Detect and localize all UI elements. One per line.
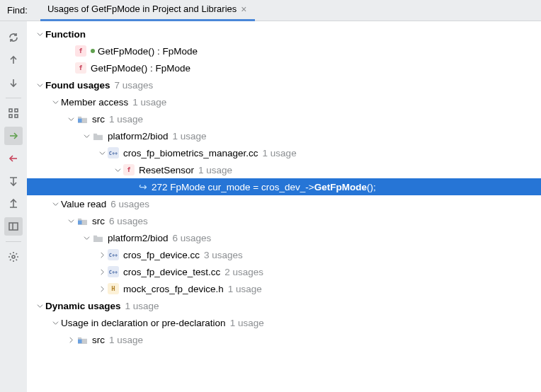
usage-decl-label: Usage in declaration or pre-declaration	[61, 318, 226, 328]
svg-point-5	[12, 255, 15, 258]
usage-count: 1 usage	[198, 165, 232, 175]
folder-src-icon	[76, 113, 88, 125]
chevron-down-icon	[112, 167, 123, 173]
usages-tree[interactable]: Function f GetFpMode() : FpMode f GetFpM…	[27, 21, 541, 392]
settings-icon[interactable]	[4, 248, 23, 266]
code-match: GetFpMode	[314, 182, 367, 192]
folder-label: platform2/biod	[108, 131, 169, 142]
find-tab[interactable]: Usages of GetFpMode in Project and Libra…	[40, 0, 256, 21]
dynamic-label: Dynamic usages	[45, 301, 121, 311]
tree-node-folder[interactable]: platform2/biod 1 usage	[27, 127, 541, 144]
toolbar	[0, 21, 27, 392]
usage-count: 1 usage	[263, 148, 297, 158]
chevron-down-icon	[65, 116, 76, 122]
function-item[interactable]: f GetFpMode() : FpMode	[27, 42, 541, 59]
expand-icon[interactable]	[4, 172, 23, 190]
svg-rect-8	[78, 339, 82, 343]
found-count: 7 usages	[115, 80, 154, 91]
tree-node-member-access[interactable]: Member access 1 usage	[27, 93, 541, 110]
cpp-file-icon: C++	[108, 147, 119, 158]
chevron-down-icon	[34, 31, 45, 38]
tree-node-file[interactable]: C++ cros_fp_biometrics_manager.cc 1 usag…	[27, 144, 541, 161]
cpp-file-icon: C++	[108, 249, 119, 260]
chevron-down-icon	[50, 201, 61, 207]
svg-rect-4	[9, 223, 18, 230]
svg-rect-1	[9, 115, 12, 117]
tree-node-src[interactable]: src 1 usage	[27, 110, 541, 127]
usage-count: 1 usage	[132, 97, 166, 108]
tree-node-src[interactable]: src 1 usage	[27, 331, 541, 348]
tree-node-folder[interactable]: platform2/biod 6 usages	[27, 229, 541, 246]
refresh-icon[interactable]	[4, 28, 23, 47]
code-post: ();	[367, 182, 376, 192]
group-icon[interactable]	[4, 104, 23, 122]
chevron-down-icon	[34, 303, 45, 309]
svg-rect-7	[78, 220, 82, 224]
svg-rect-3	[15, 115, 18, 117]
svg-rect-0	[9, 109, 12, 112]
tree-node-file[interactable]: C++ cros_fp_device.cc 3 usages	[27, 246, 541, 263]
chevron-right-icon	[96, 286, 108, 292]
cpp-file-icon: C++	[108, 266, 119, 277]
folder-src-icon	[76, 334, 88, 345]
chevron-down-icon	[96, 150, 108, 156]
line-number: 272	[152, 182, 168, 192]
collapse-icon[interactable]	[4, 195, 23, 213]
file-label: cros_fp_device.cc	[123, 250, 200, 260]
tree-node-file[interactable]: H mock_cros_fp_device.h 1 usage	[27, 280, 541, 297]
chevron-down-icon	[50, 320, 61, 326]
jump-icon: ↪	[139, 181, 147, 192]
usage-count: 1 usage	[125, 301, 159, 311]
arrow-up-icon[interactable]	[4, 51, 23, 69]
chevron-down-icon	[50, 99, 61, 105]
folder-src-icon	[76, 215, 88, 226]
diff-green-icon[interactable]	[4, 127, 23, 145]
tree-node-value-read[interactable]: Value read 6 usages	[27, 195, 541, 212]
folder-label: src	[92, 114, 105, 125]
tree-node-src[interactable]: src 6 usages	[27, 212, 541, 229]
function-icon: f	[75, 62, 86, 74]
usage-count: 1 usage	[109, 114, 143, 125]
usage-count: 6 usages	[110, 199, 149, 209]
tree-node-usage-decl[interactable]: Usage in declaration or pre-declaration …	[27, 314, 541, 331]
function-label: Function	[45, 29, 86, 40]
close-icon[interactable]: ×	[239, 4, 248, 15]
tree-node-found-usages[interactable]: Found usages 7 usages	[27, 76, 541, 93]
tree-node-method[interactable]: f ResetSensor 1 usage	[27, 161, 541, 178]
chevron-down-icon	[65, 218, 76, 224]
function-icon: f	[75, 45, 86, 57]
usage-hit-selected[interactable]: ↪ 272 FpMode cur_mode = cros_dev_->GetFp…	[27, 178, 541, 195]
usage-count: 6 usages	[173, 233, 212, 243]
found-label: Found usages	[45, 80, 110, 91]
usage-count: 1 usage	[228, 284, 262, 294]
function-item[interactable]: f GetFpMode() : FpMode	[27, 59, 541, 76]
folder-label: src	[92, 335, 105, 345]
chevron-right-icon	[96, 269, 108, 275]
tree-node-function[interactable]: Function	[27, 25, 541, 42]
folder-icon	[92, 130, 103, 142]
tree-node-dynamic-usages[interactable]: Dynamic usages 1 usage	[27, 297, 541, 314]
file-label: mock_cros_fp_device.h	[123, 284, 224, 294]
find-header: Find: Usages of GetFpMode in Project and…	[0, 0, 541, 21]
usage-count: 3 usages	[204, 250, 243, 260]
preview-icon[interactable]	[4, 217, 23, 236]
usage-count: 1 usage	[230, 318, 264, 328]
arrow-down-icon[interactable]	[4, 74, 23, 92]
svg-rect-6	[78, 118, 82, 122]
function-icon: f	[123, 164, 135, 175]
usage-count: 1 usage	[109, 335, 143, 345]
chevron-down-icon	[34, 82, 45, 88]
chevron-right-icon	[65, 337, 76, 343]
function-signature: GetFpMode() : FpMode	[91, 63, 190, 74]
folder-label: src	[92, 216, 105, 226]
green-dot-icon	[91, 49, 95, 53]
tree-node-file[interactable]: C++ cros_fp_device_test.cc 2 usages	[27, 263, 541, 280]
chevron-down-icon	[81, 235, 92, 241]
chevron-down-icon	[81, 133, 92, 139]
usage-count: 1 usage	[173, 131, 207, 142]
chevron-right-icon	[96, 252, 108, 258]
usage-count: 2 usages	[224, 267, 263, 277]
diff-red-icon[interactable]	[4, 149, 23, 168]
header-file-icon: H	[108, 283, 119, 294]
find-label: Find:	[0, 5, 40, 16]
